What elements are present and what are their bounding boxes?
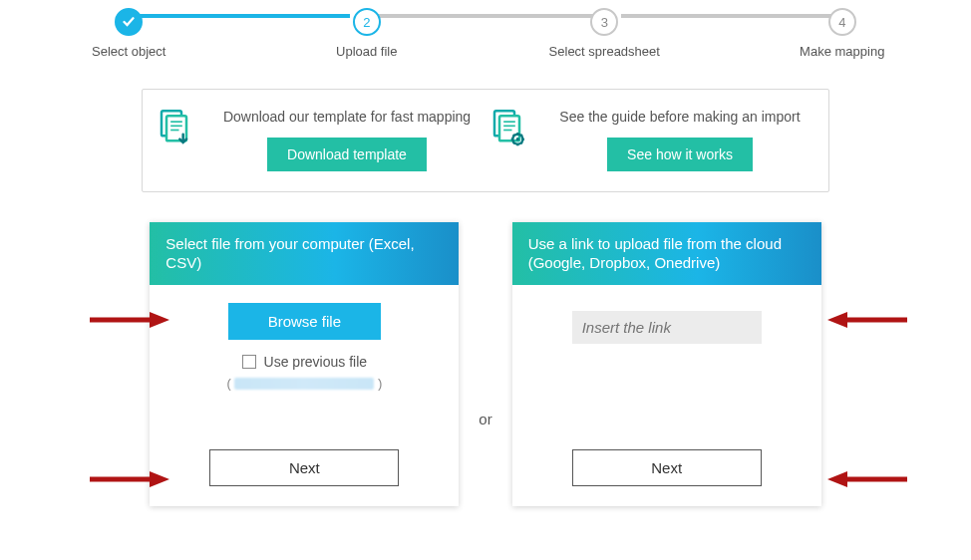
arrow-icon [827,469,907,489]
info-text-template: Download our template for fast mapping [215,108,479,128]
previous-file-name: ( ) [226,376,382,391]
browse-file-button[interactable]: Browse file [228,303,381,340]
svg-line-18 [521,135,522,136]
svg-marker-27 [827,471,847,487]
step-label: Select object [92,44,165,59]
guide-gear-icon [489,108,529,147]
info-col-guide: See the guide before making an import Se… [486,108,818,171]
step-circle-done [115,8,143,36]
next-button-cloud[interactable]: Next [572,449,762,486]
next-button-local[interactable]: Next [209,449,399,486]
use-previous-row[interactable]: Use previous file [242,354,368,370]
svg-line-19 [513,142,514,143]
step-line-2 [378,14,593,18]
check-icon [123,16,135,28]
card-header-local: Select file from your computer (Excel, C… [150,222,459,285]
see-how-it-works-button[interactable]: See how it works [607,138,753,171]
svg-marker-25 [827,312,847,328]
template-download-icon [157,108,196,147]
cloud-link-input[interactable] [572,311,762,344]
step-label: Select spreadsheet [549,44,660,59]
step-label: Upload file [336,44,397,59]
info-text-guide: See the guide before making an import [551,108,808,128]
card-upload-local: Select file from your computer (Excel, C… [150,222,459,506]
svg-point-11 [516,138,519,140]
svg-line-17 [521,142,522,143]
stepper: Select object 2 Upload file 3 Select spr… [0,0,971,59]
card-header-cloud: Use a link to upload file from the cloud… [512,222,821,285]
info-col-template: Download our template for fast mapping D… [153,108,486,171]
arrow-icon [827,310,907,330]
use-previous-label: Use previous file [264,354,368,370]
svg-rect-6 [499,116,519,140]
step-label: Make mapping [800,44,884,59]
step-circle: 4 [828,8,856,36]
svg-line-16 [513,135,514,136]
or-separator: or [479,411,491,427]
step-circle: 2 [353,8,381,36]
step-line-3 [621,14,836,18]
info-box: Download our template for fast mapping D… [142,89,829,192]
card-upload-cloud: Use a link to upload file from the cloud… [512,222,821,506]
step-line-1 [136,14,351,18]
step-circle: 3 [590,8,618,36]
checkbox-icon[interactable] [242,355,256,369]
upload-cards-row: Select file from your computer (Excel, C… [0,222,971,506]
download-template-button[interactable]: Download template [267,138,427,171]
